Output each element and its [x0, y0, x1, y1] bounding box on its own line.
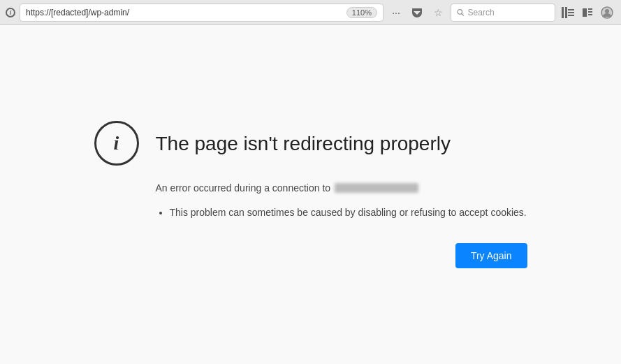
list-item: This problem can sometimes be caused by …	[170, 205, 527, 220]
error-info-icon: i	[94, 121, 139, 166]
search-bar[interactable]	[451, 3, 555, 22]
star-icon: ☆	[434, 7, 443, 18]
zoom-badge[interactable]: 110%	[346, 7, 377, 18]
more-options-button[interactable]: ···	[388, 4, 404, 21]
page-content: i The page isn't redirecting properly An…	[0, 25, 621, 364]
error-body: An error occurred during a connection to…	[156, 182, 527, 268]
search-input[interactable]	[468, 8, 549, 17]
svg-rect-6	[568, 15, 574, 16]
pocket-icon	[411, 7, 423, 18]
svg-line-1	[462, 13, 464, 15]
bookmark-button[interactable]: ☆	[430, 4, 446, 21]
svg-point-12	[605, 9, 609, 13]
error-description: An error occurred during a connection to	[156, 182, 527, 194]
browser-toolbar: i https://[redacted]/wp-admin/ 110% ··· …	[0, 0, 621, 25]
url-text: https://[redacted]/wp-admin/	[26, 8, 342, 17]
error-title: The page isn't redirecting properly	[156, 132, 451, 156]
svg-rect-4	[568, 9, 574, 10]
security-icon-label: i	[10, 9, 12, 16]
address-bar[interactable]: https://[redacted]/wp-admin/ 110%	[20, 3, 383, 22]
try-again-row: Try Again	[156, 243, 527, 268]
svg-point-0	[458, 9, 462, 14]
svg-rect-2	[562, 7, 564, 18]
svg-rect-7	[583, 8, 587, 17]
library-button[interactable]	[560, 4, 576, 21]
url-redacted	[335, 183, 418, 193]
error-header: i The page isn't redirecting properly	[94, 121, 527, 166]
error-container: i The page isn't redirecting properly An…	[66, 107, 555, 282]
search-icon	[457, 8, 465, 17]
svg-rect-3	[565, 7, 567, 18]
pocket-button[interactable]	[409, 4, 425, 21]
bullet-text-1: This problem can sometimes be caused by …	[170, 207, 527, 218]
svg-rect-5	[568, 12, 574, 13]
error-icon-label: i	[114, 132, 119, 154]
description-prefix: An error occurred during a connection to	[156, 182, 331, 194]
library-icon	[562, 7, 574, 18]
svg-rect-8	[588, 8, 592, 10]
profile-button[interactable]	[599, 4, 615, 21]
nav-icons	[560, 4, 615, 21]
error-list: This problem can sometimes be caused by …	[156, 205, 527, 220]
more-options-icon: ···	[392, 7, 400, 18]
svg-rect-10	[588, 14, 592, 15]
security-icon: i	[6, 8, 15, 17]
try-again-button[interactable]: Try Again	[455, 243, 527, 268]
profile-icon	[601, 6, 613, 19]
reader-view-button[interactable]	[579, 4, 596, 21]
svg-rect-9	[588, 11, 592, 13]
reader-icon	[582, 7, 593, 18]
